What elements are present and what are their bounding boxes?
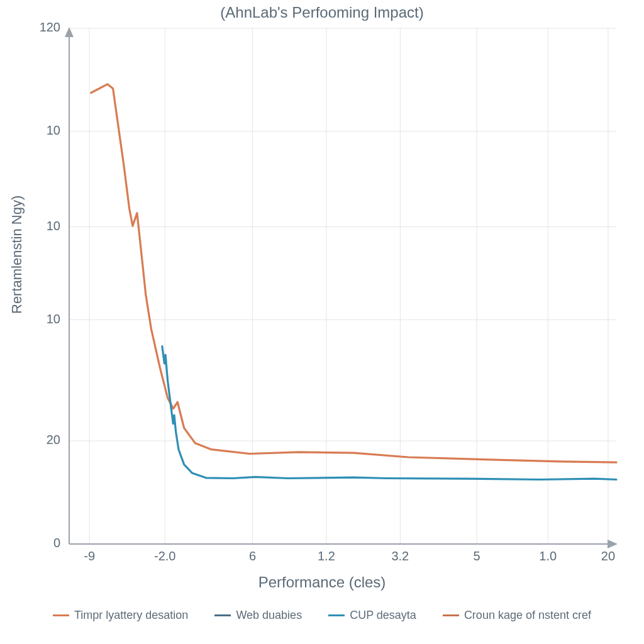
- svg-marker-17: [608, 540, 618, 548]
- y-tick-label: 120: [40, 20, 60, 34]
- legend-swatch: [53, 614, 69, 616]
- legend-label: Croun kage of nstent cref: [464, 609, 591, 622]
- legend-swatch: [214, 614, 231, 616]
- gridlines: [69, 28, 616, 544]
- x-tick-label: 3.2: [391, 549, 409, 563]
- chart-title: (AhnLab's Perfooming Impact): [0, 4, 644, 21]
- legend: Timpr lyattery desationWeb duabiesCUP de…: [0, 609, 644, 622]
- y-tick-label: 10: [47, 312, 60, 326]
- series-group: [91, 84, 616, 480]
- y-tick-label: 10: [47, 219, 60, 233]
- legend-label: Timpr lyattery desation: [74, 609, 188, 622]
- y-tick-labels: 020101010120: [40, 20, 60, 550]
- legend-label: CUP desayta: [350, 609, 416, 622]
- chart-container: (AhnLab's Perfooming Impact) Rertamlenst…: [0, 0, 644, 644]
- x-tick-label: 20: [601, 549, 615, 563]
- y-tick-label: 10: [47, 123, 60, 137]
- y-axis-label: Rertamlenstin Ngy): [9, 196, 25, 314]
- legend-item: Croun kage of nstent cref: [443, 609, 591, 622]
- legend-swatch: [328, 614, 345, 616]
- y-tick-label: 0: [53, 536, 60, 550]
- x-axis-label: Performance (cles): [0, 574, 644, 591]
- x-tick-label: 5: [474, 549, 480, 563]
- x-tick-label: -9: [84, 549, 95, 563]
- legend-item: CUP desayta: [328, 609, 416, 622]
- legend-label: Web duabies: [236, 609, 302, 622]
- axes: [65, 27, 618, 548]
- y-tick-label: 20: [47, 433, 60, 447]
- legend-item: Web duabies: [214, 609, 302, 622]
- x-tick-label: 6: [249, 549, 256, 563]
- x-tick-label: -2.0: [154, 549, 175, 563]
- x-tick-labels: -9-2.061.23.251.020: [84, 549, 615, 563]
- legend-item: Timpr lyattery desation: [53, 609, 188, 622]
- x-tick-label: 1.0: [539, 549, 557, 563]
- chart-plot: 020101010120 -9-2.061.23.251.020: [69, 28, 616, 544]
- x-tick-label: 1.2: [318, 549, 335, 563]
- legend-swatch: [443, 614, 459, 616]
